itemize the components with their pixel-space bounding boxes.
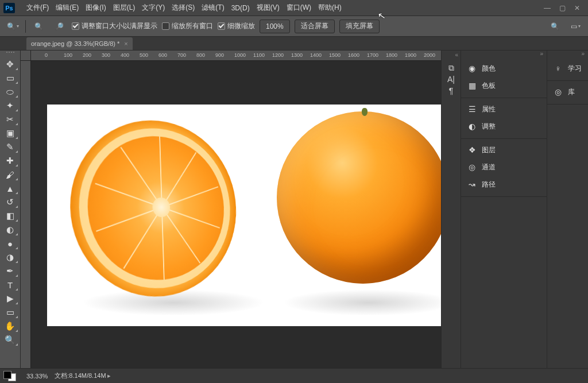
zoom-out-button[interactable]: 🔎 [51, 20, 67, 33]
zoom-tool[interactable]: 🔍 [2, 333, 19, 347]
gradient-tool[interactable]: ◐ [2, 223, 19, 237]
shape-tool[interactable]: ▭ [2, 305, 19, 319]
scrubby-zoom-checkbox[interactable]: 细微缩放 [218, 21, 255, 31]
window-minimize-button[interactable]: — [540, 0, 555, 16]
panel-label: 通道 [482, 163, 496, 172]
doc-info-menu-icon[interactable]: ▸ [107, 372, 111, 380]
ruler-corner[interactable] [21, 51, 31, 61]
blur-tool[interactable]: ● [2, 237, 19, 250]
character-icon[interactable]: A| [446, 73, 457, 85]
foreground-swatch[interactable] [3, 371, 11, 379]
close-tab-icon[interactable]: × [124, 40, 127, 47]
type-tool[interactable]: T [2, 278, 19, 292]
menu-2[interactable]: 图像(I) [82, 0, 109, 16]
image-content [70, 119, 253, 295]
window-maximize-button[interactable]: ▢ [555, 0, 570, 16]
menu-1[interactable]: 编辑(E) [52, 0, 82, 16]
document-info[interactable]: 文档:8.14M/8.14M [55, 372, 106, 380]
panel-label: 图层 [482, 145, 496, 155]
properties-panel[interactable]: ☰属性 [461, 100, 547, 118]
brush-tool[interactable]: 🖌 [2, 168, 19, 181]
libraries-panel-icon: ◎ [553, 87, 563, 97]
channels-panel[interactable]: ◎通道 [461, 158, 547, 176]
vertical-ruler[interactable] [21, 61, 31, 368]
layers-panel[interactable]: ❖图层 [461, 141, 547, 158]
options-bar: 🔍▾ 🔍 🔎 调整窗口大小以满屏显示 缩放所有窗口 细微缩放 100% 适合屏幕… [0, 16, 588, 37]
menu-3[interactable]: 图层(L) [110, 0, 139, 16]
menu-9[interactable]: 窗口(W) [283, 0, 315, 16]
ruler-tick: 1100 [253, 52, 265, 58]
expand-dock-icon[interactable]: « [455, 52, 458, 58]
quick-select-tool[interactable]: ✦ [2, 99, 19, 113]
zoom-all-windows-checkbox[interactable]: 缩放所有窗口 [162, 21, 213, 31]
channels-panel-icon: ◎ [467, 162, 477, 172]
document-tab[interactable]: orange.jpeg @ 33.3%(RGB/8) * × [26, 37, 133, 50]
ruler-tick: 500 [140, 52, 148, 58]
collapsed-panel-dock: « ⧉A|¶ [441, 51, 461, 368]
history-brush-tool[interactable]: ↺ [2, 195, 19, 209]
frame-tool[interactable]: ▣ [2, 126, 19, 140]
path-select-tool[interactable]: ▶ [2, 292, 19, 305]
swatches-panel[interactable]: ▦色板 [461, 77, 547, 94]
paragraph-icon[interactable]: ¶ [446, 85, 457, 96]
lasso-tool[interactable]: ⬭ [2, 85, 19, 99]
eraser-tool[interactable]: ◧ [2, 209, 19, 223]
color-swatches[interactable] [3, 371, 16, 381]
marquee-tool[interactable]: ▭ [2, 71, 19, 85]
clone-stamp-tool[interactable]: ▲ [2, 181, 19, 195]
document-viewport[interactable] [31, 61, 441, 368]
move-tool[interactable]: ✥ [2, 57, 19, 71]
ruler-tick: 700 [177, 52, 186, 58]
learn-panel[interactable]: ♀学习 [547, 60, 588, 77]
ruler-tick: 1800 [386, 52, 397, 58]
fill-screen-button[interactable]: 填充屏幕 [339, 20, 380, 33]
ruler-tick: 1000 [234, 52, 246, 58]
panel-label: 属性 [482, 105, 496, 114]
history-icon[interactable]: ⧉ [446, 62, 457, 73]
ruler-tick: 800 [196, 52, 205, 58]
checkbox-label: 缩放所有窗口 [172, 21, 213, 31]
ruler-tick: 1600 [348, 52, 359, 58]
paths-panel[interactable]: ↝路径 [461, 176, 547, 193]
checkbox-label: 细微缩放 [227, 21, 255, 31]
menu-10[interactable]: 帮助(H) [315, 0, 345, 16]
panel-dock-main: » ◉颜色▦色板☰属性◐调整❖图层◎通道↝路径 [461, 51, 547, 368]
ruler-tick: 900 [215, 52, 224, 58]
layers-panel-icon: ❖ [467, 145, 477, 155]
menu-5[interactable]: 选择(S) [168, 0, 198, 16]
zoom-in-button[interactable]: 🔍 [30, 20, 47, 33]
status-bar: 33.33% 文档:8.14M/8.14M ▸ [0, 368, 588, 383]
zoom-level-field[interactable]: 33.33% [26, 373, 48, 380]
window-close-button[interactable]: ✕ [570, 0, 585, 16]
swatches-panel-icon: ▦ [467, 80, 477, 91]
menu-0[interactable]: 文件(F) [23, 0, 52, 16]
healing-tool[interactable]: ✚ [2, 154, 19, 168]
panel-label: 调整 [482, 122, 496, 131]
tool-preset-picker[interactable]: 🔍▾ [5, 20, 21, 33]
zoom-100-button[interactable]: 100% [260, 20, 290, 33]
ruler-tick: 2000 [424, 52, 435, 58]
crop-tool[interactable]: ✂ [2, 113, 19, 126]
workspace-switcher[interactable]: ▭▾ [567, 20, 583, 33]
collapse-dock-icon[interactable]: » [461, 51, 547, 60]
resize-window-checkbox[interactable]: 调整窗口大小以满屏显示 [72, 21, 157, 31]
pen-tool[interactable]: ✒ [2, 264, 19, 278]
libraries-panel[interactable]: ◎库 [547, 83, 588, 100]
toolbox: ✥▭⬭✦✂▣✎✚🖌▲↺◧◐●◑✒T▶▭✋🔍 [0, 51, 21, 368]
eyedropper-tool[interactable]: ✎ [2, 140, 19, 154]
menu-4[interactable]: 文字(Y) [138, 0, 168, 16]
menu-8[interactable]: 视图(V) [253, 0, 283, 16]
hand-tool[interactable]: ✋ [2, 319, 19, 333]
fit-screen-button[interactable]: 适合屏幕 [295, 20, 335, 33]
dodge-tool[interactable]: ◑ [2, 250, 19, 264]
adjustments-panel[interactable]: ◐调整 [461, 118, 547, 135]
document-canvas[interactable] [47, 105, 441, 326]
menu-6[interactable]: 滤镜(T) [198, 0, 227, 16]
horizontal-ruler[interactable]: 0100200300400500600700800900100011001200… [31, 51, 441, 61]
collapse-dock-icon[interactable]: » [547, 51, 588, 60]
panel-grip-icon[interactable] [2, 52, 19, 55]
color-panel[interactable]: ◉颜色 [461, 60, 547, 77]
menu-7[interactable]: 3D(D) [228, 0, 253, 16]
search-button[interactable]: 🔍 [547, 20, 563, 33]
app-logo: Ps [3, 3, 15, 13]
